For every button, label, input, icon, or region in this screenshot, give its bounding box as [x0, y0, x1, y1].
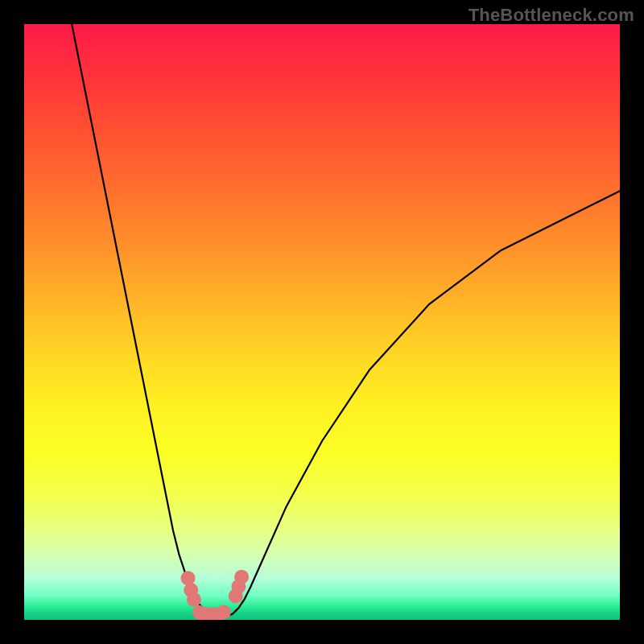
- plot-area: [24, 24, 620, 620]
- dip-markers: [181, 570, 250, 620]
- curve-right: [221, 191, 620, 617]
- dip-marker-dot: [217, 605, 231, 619]
- dip-marker-dot: [234, 570, 249, 584]
- chart-frame: TheBottleneck.com: [0, 0, 644, 644]
- curve-left: [72, 24, 221, 617]
- dip-marker-dot: [187, 592, 201, 607]
- curve-layer: [24, 24, 620, 620]
- watermark-text: TheBottleneck.com: [469, 5, 634, 26]
